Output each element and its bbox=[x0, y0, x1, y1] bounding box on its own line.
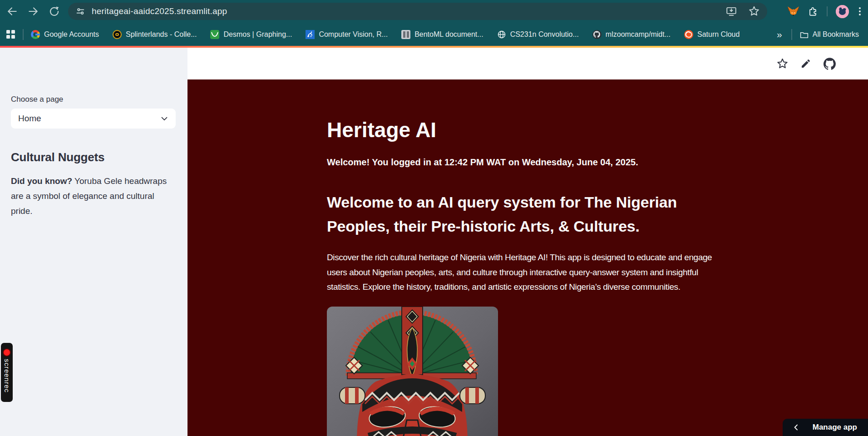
main-content-background: Heritage AI Welcome! You logged in at 12… bbox=[187, 79, 868, 436]
bookmark-computer-vision[interactable]: Computer Vision, R... bbox=[306, 30, 388, 39]
screenrec-label: screenrec bbox=[3, 359, 11, 393]
cultural-nugget-text: Did you know? Yoruba Gele headwraps are … bbox=[11, 173, 175, 218]
manage-app-button[interactable]: Manage app bbox=[783, 419, 868, 436]
google-icon bbox=[31, 30, 40, 39]
bookmark-label: CS231n Convolutio... bbox=[510, 30, 579, 39]
star-icon[interactable] bbox=[775, 57, 789, 70]
pencil-icon[interactable] bbox=[799, 57, 813, 70]
back-icon[interactable] bbox=[5, 5, 19, 18]
apps-grid-icon[interactable] bbox=[6, 30, 15, 39]
page-selectbox[interactable]: Home bbox=[11, 109, 176, 129]
app-description: Discover the rich cultural heritage of N… bbox=[327, 250, 729, 295]
record-dot-icon bbox=[4, 349, 10, 356]
manage-app-label: Manage app bbox=[813, 423, 857, 432]
page-title: Heritage AI bbox=[327, 119, 729, 140]
saturn-cloud-icon bbox=[684, 30, 693, 39]
bookmarks-separator bbox=[791, 29, 792, 40]
bookmark-label: Desmos | Graphing... bbox=[223, 30, 292, 39]
bookmark-label: mlzoomcamp/midt... bbox=[606, 30, 671, 39]
computer-vision-icon bbox=[306, 30, 315, 39]
welcome-heading: Welcome to an AI query system for The Ni… bbox=[327, 190, 717, 238]
metamask-icon[interactable] bbox=[787, 5, 799, 18]
bookmark-google-accounts[interactable]: Google Accounts bbox=[31, 30, 99, 39]
chevron-left-icon bbox=[793, 424, 800, 431]
bookmark-mlzoomcamp[interactable]: mlzoomcamp/midt... bbox=[592, 30, 671, 39]
cultural-nuggets-title: Cultural Nuggets bbox=[11, 150, 176, 164]
bookmark-label: Splinterlands - Colle... bbox=[126, 30, 197, 39]
bookmarks-bar: Google Accounts Splinterlands - Colle...… bbox=[0, 23, 868, 46]
bookmark-label: BentoML document... bbox=[414, 30, 483, 39]
bookmark-label: Google Accounts bbox=[44, 30, 99, 39]
main-area: Heritage AI Welcome! You logged in at 12… bbox=[187, 48, 868, 436]
bookmark-label: Saturn Cloud bbox=[697, 30, 740, 39]
profile-avatar[interactable] bbox=[836, 5, 849, 18]
bookmark-bentoml[interactable]: BentoML document... bbox=[401, 30, 483, 39]
bookmark-desmos[interactable]: Desmos | Graphing... bbox=[210, 30, 292, 39]
main-content: Heritage AI Welcome! You logged in at 12… bbox=[327, 79, 729, 436]
bookmark-cs231n[interactable]: CS231n Convolutio... bbox=[497, 30, 579, 39]
kebab-menu-icon[interactable] bbox=[857, 5, 863, 17]
globe-icon bbox=[497, 30, 506, 39]
url-text[interactable]: heritageai-aaidc2025.streamlit.app bbox=[92, 6, 227, 16]
tune-icon[interactable] bbox=[75, 6, 85, 16]
bentoml-icon bbox=[401, 30, 410, 39]
extensions-icon[interactable] bbox=[808, 6, 819, 17]
page-select-value: Home bbox=[18, 114, 41, 124]
login-status-line: Welcome! You logged in at 12:42 PM WAT o… bbox=[327, 157, 729, 168]
all-bookmarks-label: All Bookmarks bbox=[813, 30, 859, 39]
browser-toolbar: heritageai-aaidc2025.streamlit.app bbox=[0, 0, 868, 23]
splinterlands-icon bbox=[113, 30, 122, 39]
address-bar[interactable]: heritageai-aaidc2025.streamlit.app bbox=[68, 3, 767, 20]
desmos-icon bbox=[210, 30, 219, 39]
reload-icon[interactable] bbox=[47, 5, 61, 18]
nugget-bold-prefix: Did you know? bbox=[11, 176, 72, 186]
all-bookmarks-button[interactable]: All Bookmarks bbox=[799, 30, 859, 39]
bookmark-saturn-cloud[interactable]: Saturn Cloud bbox=[684, 30, 740, 39]
bookmark-splinterlands[interactable]: Splinterlands - Colle... bbox=[113, 30, 197, 39]
browser-chrome: heritageai-aaidc2025.streamlit.app bbox=[0, 0, 868, 48]
github-icon[interactable] bbox=[823, 57, 836, 70]
bookmark-star-icon[interactable] bbox=[748, 5, 760, 17]
page-select-label: Choose a page bbox=[11, 95, 176, 104]
github-icon bbox=[592, 30, 602, 39]
bookmark-label: Computer Vision, R... bbox=[319, 30, 388, 39]
nigerian-tribal-mask-image bbox=[327, 307, 498, 436]
streamlit-app: Choose a page Home Cultural Nuggets Did … bbox=[0, 48, 868, 436]
install-app-icon[interactable] bbox=[725, 5, 737, 17]
forward-icon[interactable] bbox=[26, 5, 40, 18]
bookmarks-separator bbox=[23, 29, 24, 40]
toolbar-separator bbox=[827, 6, 828, 16]
screenrec-tab[interactable]: screenrec bbox=[1, 343, 13, 402]
toolbar-extensions-area bbox=[787, 5, 863, 18]
chevron-down-icon bbox=[159, 114, 169, 124]
folder-icon bbox=[799, 30, 809, 39]
bookmarks-overflow-icon[interactable]: » bbox=[774, 29, 784, 40]
sidebar: Choose a page Home Cultural Nuggets Did … bbox=[0, 48, 187, 436]
app-header bbox=[187, 48, 868, 79]
streamlit-decoration-line bbox=[0, 46, 868, 48]
